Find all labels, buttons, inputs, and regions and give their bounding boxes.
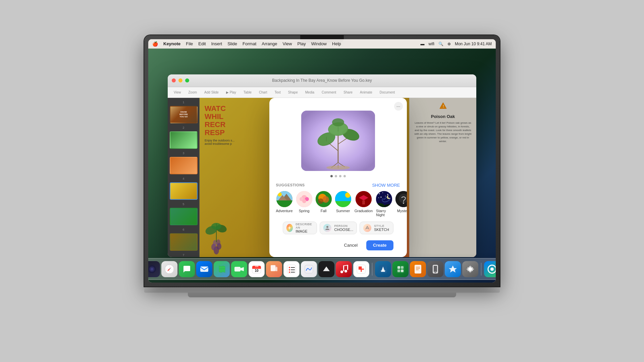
toolbar-animate[interactable]: Animate (358, 90, 374, 95)
dock-appletv[interactable] (318, 261, 334, 277)
menu-play[interactable]: Play (297, 41, 306, 46)
carousel-dot-4[interactable] (343, 175, 346, 177)
image-generation-dialog[interactable]: ··· (269, 98, 407, 257)
menu-slide[interactable]: Slide (227, 41, 237, 46)
slide-thumb-3[interactable] (170, 157, 198, 174)
show-more-button[interactable]: SHOW MORE (372, 183, 400, 188)
menu-arrange[interactable]: Arrange (262, 41, 277, 46)
suggestion-graduation-label: Graduation (355, 209, 373, 213)
menu-edit[interactable]: Edit (198, 41, 206, 46)
dock-facetime[interactable] (231, 261, 247, 277)
dock-settings[interactable] (462, 261, 478, 277)
toolbar-media[interactable]: Media (303, 90, 316, 95)
dock-mail[interactable] (196, 261, 212, 277)
cancel-button[interactable]: Cancel (339, 240, 363, 250)
dock-reminders[interactable] (283, 261, 300, 277)
slide-number-2: 2 (170, 126, 197, 129)
person-icon (323, 224, 331, 232)
toolbar-shape[interactable]: Shape (286, 90, 300, 95)
dock-music[interactable] (336, 261, 352, 277)
dock-launchpad[interactable] (148, 261, 160, 277)
svg-point-65 (326, 226, 328, 228)
dock-messages[interactable] (179, 261, 195, 277)
menu-window[interactable]: Window (311, 41, 327, 46)
suggestion-fall[interactable]: Fall (316, 191, 332, 217)
suggestion-starry-night[interactable]: Starry Night (376, 191, 392, 217)
toolbar-play[interactable]: ▶ Play (224, 90, 238, 95)
image-value: IMAGE (296, 229, 313, 233)
svg-point-52 (382, 192, 383, 193)
svg-point-73 (151, 268, 153, 270)
menu-view[interactable]: View (283, 41, 292, 46)
suggestion-summer-icon (335, 191, 351, 207)
toolbar-view[interactable]: View (172, 90, 183, 95)
carousel-dot-1[interactable] (330, 175, 333, 177)
screen: 🍎 Keynote File Edit Insert Slide Format … (148, 39, 496, 283)
slide-number-3: 3 (170, 152, 197, 155)
toolbar-share[interactable]: Share (341, 90, 355, 95)
svg-point-99 (344, 270, 347, 273)
toolbar-document[interactable]: Document (378, 90, 397, 95)
menu-format[interactable]: Format (243, 41, 256, 46)
dialog-footer: Cancel Create (276, 240, 400, 250)
slide-number-6: 6 (170, 228, 197, 231)
svg-rect-88 (275, 267, 277, 271)
dock-safari[interactable] (161, 261, 177, 277)
dock-keynote[interactable] (375, 261, 391, 277)
dock-mirroring[interactable] (427, 261, 443, 277)
toolbar-add-slide[interactable]: Add Slide (202, 90, 221, 95)
menu-file[interactable]: File (186, 41, 193, 46)
toolbar-text[interactable]: Text (272, 90, 282, 95)
slide-thumb-1[interactable]: KNOWBEFOREYOU GO (170, 106, 198, 123)
menu-app-name[interactable]: Keynote (163, 41, 180, 46)
dock-clone[interactable] (484, 261, 496, 277)
toolbar-comment[interactable]: Comment (320, 90, 338, 95)
fullscreen-button[interactable] (185, 78, 189, 82)
svg-rect-45 (335, 201, 351, 207)
svg-rect-101 (347, 265, 348, 270)
carousel-dot-3[interactable] (339, 175, 341, 177)
toolbar-table[interactable]: Table (241, 90, 254, 95)
toolbar-zoom[interactable]: Zoom (186, 90, 199, 95)
dock-maps[interactable] (214, 261, 230, 277)
toolbar-chart[interactable]: Chart (257, 90, 269, 95)
apple-logo-icon[interactable]: 🍎 (152, 41, 158, 47)
dock-numbers[interactable] (392, 261, 409, 277)
dock-keka[interactable] (266, 261, 282, 277)
menu-insert[interactable]: Insert (211, 41, 222, 46)
slide-thumb-6[interactable] (170, 233, 198, 251)
main-canvas: WATC WHIL RECR RESP Enjoy the outdoors s… (200, 98, 476, 257)
style-option[interactable]: STYLE SKETCH (360, 222, 393, 234)
svg-rect-100 (343, 266, 344, 271)
slide-thumb-4[interactable] (170, 182, 198, 200)
describe-image-option[interactable]: DESCRIBE AN IMAGE (283, 222, 317, 234)
dock-freeform[interactable] (301, 261, 317, 277)
screen-bezel: 🍎 Keynote File Edit Insert Slide Format … (144, 35, 500, 287)
svg-point-34 (278, 192, 282, 196)
create-button[interactable]: Create (366, 240, 393, 250)
dialog-more-button[interactable]: ··· (394, 102, 403, 111)
slide-number-1: 1 (170, 101, 197, 104)
dock-calendar[interactable]: JUN 10 (249, 261, 265, 277)
keynote-window: Backpacking In The Bay Area_Know Before … (168, 74, 476, 257)
slide-thumb-2[interactable] (170, 131, 198, 149)
suggestion-graduation[interactable]: Graduation (355, 191, 373, 217)
person-option[interactable]: PERSON CHOOSE... (320, 222, 357, 234)
suggestion-adventure[interactable]: Adventure (276, 191, 293, 217)
svg-rect-110 (401, 266, 404, 269)
macbook-bottom (144, 287, 500, 293)
suggestion-spring[interactable]: Spring (296, 191, 312, 217)
suggestion-spring-label: Spring (299, 209, 310, 213)
search-icon[interactable]: 🔍 (438, 42, 443, 46)
dock-pages[interactable] (410, 261, 426, 277)
dock-appstore[interactable] (445, 261, 461, 277)
dock-news[interactable] (353, 261, 369, 277)
close-button[interactable] (172, 78, 176, 82)
suggestion-mystery[interactable]: Mystery (395, 191, 407, 217)
carousel-dot-2[interactable] (335, 175, 337, 177)
menu-help[interactable]: Help (332, 41, 341, 46)
slide-thumb-5[interactable] (170, 208, 198, 225)
minimize-button[interactable] (178, 78, 182, 82)
control-center-icon[interactable]: ⊕ (447, 42, 451, 46)
suggestion-summer[interactable]: Summer (335, 191, 351, 217)
